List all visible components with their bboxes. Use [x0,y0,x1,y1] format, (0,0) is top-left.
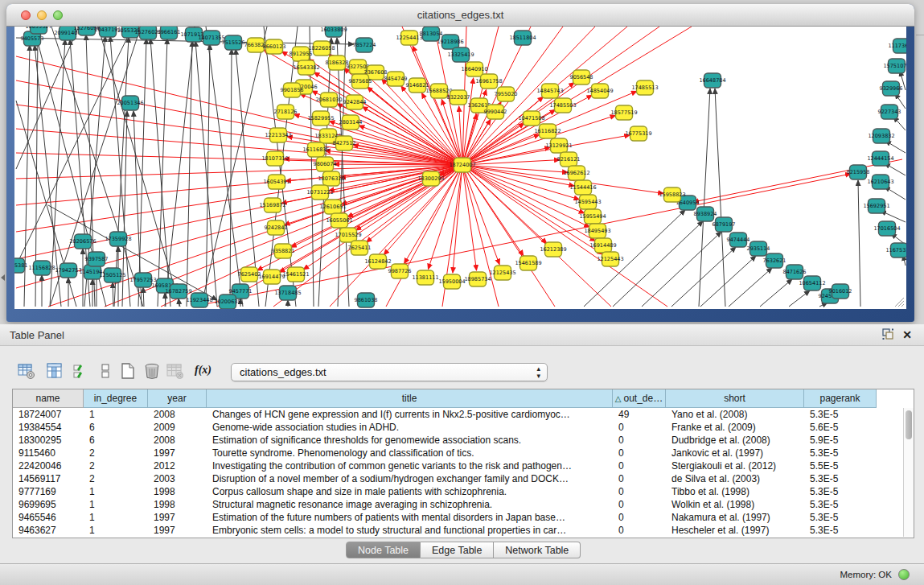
graph-node[interactable]: 9901856 [281,83,304,97]
graph-node[interactable]: 15461589 [515,256,541,270]
graph-node[interactable]: 15692951 [863,199,889,213]
select-columns-icon[interactable] [72,362,90,380]
graph-node[interactable]: 13718485 [274,286,301,300]
graph-edge[interactable] [48,205,217,300]
delete-table-icon[interactable] [143,362,161,380]
table-row[interactable]: 1872400712008Changes of HCN gene express… [13,408,903,421]
graph-node[interactable]: 16116822 [534,124,561,138]
window-titlebar[interactable]: citations_edges.txt [6,4,914,27]
graph-node[interactable]: 18107310 [261,151,288,166]
graph-node[interactable]: 17016504 [873,221,900,236]
graph-edge[interactable] [462,165,499,265]
graph-node[interactable]: 2718126 [274,105,298,119]
column-header-in_degree[interactable]: in_degree [84,389,148,408]
table-row[interactable]: 969969511998Structural magnetic resonanc… [13,498,903,511]
column-header-out_de[interactable]: △out_de… [613,389,666,408]
graph-node[interactable]: 7955020 [495,87,518,101]
graph-node[interactable]: 15169872 [259,198,285,212]
graph-node[interactable]: 16055061 [326,213,352,228]
table-row[interactable]: 1830029562008Estimation of significance … [13,434,903,447]
graph-node[interactable]: 7515526 [222,35,245,50]
graph-node[interactable]: 12213343 [265,128,291,142]
graph-edge[interactable] [729,268,772,307]
graph-edge[interactable] [462,27,595,165]
graph-node[interactable]: 17485513 [631,80,658,95]
memory-ok-led-icon[interactable] [898,569,910,580]
graph-node[interactable]: 9990442 [484,105,507,119]
graph-node[interactable]: 9861038 [355,293,378,307]
graph-edge[interactable] [143,287,144,307]
graph-node[interactable]: 8215958 [847,165,870,179]
graph-node[interactable]: 11381111 [412,270,438,285]
graph-node[interactable]: 12125443 [597,252,623,266]
graph-node[interactable]: 16962612 [563,166,589,180]
column-header-title[interactable]: title [207,389,613,408]
graph-node[interactable]: 16033809 [320,27,347,37]
graph-node[interactable]: 11675314 [885,243,906,257]
graph-node[interactable]: 9242841 [265,220,288,235]
graph-node[interactable]: 2935114 [747,241,770,256]
graph-node[interactable]: 9242844 [343,95,367,109]
graph-node[interactable]: 16648784 [699,73,725,88]
graph-node[interactable]: 8660123 [263,39,286,54]
graph-node[interactable]: 18511804 [509,31,536,45]
tab-edge-table[interactable]: Edge Table [421,542,494,558]
graph-node[interactable]: 8427512 [333,136,356,150]
graph-edge[interactable] [165,27,195,307]
graph-edge[interactable] [453,165,462,273]
graph-node[interactable]: 7632621 [763,253,786,268]
graph-edge[interactable] [613,221,703,307]
graph-node[interactable]: 8938924 [694,207,717,221]
graph-node[interactable]: 9358821 [272,244,295,258]
graph-node[interactable]: 9875685 [349,74,372,89]
column-header-pagerank[interactable]: pagerank [804,389,877,408]
graph-node[interactable]: 13325419 [447,47,474,62]
graph-edge[interactable] [700,256,756,307]
graph-node[interactable]: 15829955 [307,111,334,126]
graph-node[interactable]: 8454749 [384,72,408,86]
graph-node[interactable]: 14845743 [536,84,563,98]
graph-edge[interactable] [201,27,267,307]
table-settings-icon[interactable] [18,362,35,380]
new-table-icon[interactable] [119,362,137,380]
show-columns-icon[interactable] [46,362,64,380]
graph-node[interactable]: 15955494 [579,209,606,224]
citation-graph[interactable]: 9405573160553272099140615276096204371911… [14,27,906,309]
graph-edge[interactable] [462,165,524,256]
graph-node[interactable]: 14595443 [574,195,601,209]
graph-node[interactable]: 16210643 [867,175,893,189]
table-row[interactable]: 1938455462009Genome-wide association stu… [13,421,903,434]
graph-node[interactable]: 2803144 [339,115,363,130]
row-height-icon[interactable] [97,362,114,380]
graph-node[interactable]: 7857224 [353,38,376,52]
graph-edge[interactable] [114,37,129,307]
graph-edge[interactable] [858,180,860,307]
graph-node[interactable]: 9016012 [829,284,852,299]
graph-node[interactable]: 11156828 [28,261,55,275]
scrollbar-thumb[interactable] [906,410,912,439]
graph-edge[interactable] [642,232,721,307]
tab-node-table[interactable]: Node Table [346,542,421,558]
column-header-name[interactable]: name [13,389,84,408]
graph-edge[interactable] [413,46,462,165]
graph-node[interactable]: 8186328 [326,56,349,70]
graph-node[interactable]: 9806074 [314,157,337,171]
graph-edge[interactable] [16,165,462,232]
graph-node[interactable]: 16212389 [540,242,566,257]
graph-edge[interactable] [150,39,170,307]
graph-node[interactable]: 9397587 [85,252,109,266]
graph-node[interactable]: 17942757 [55,263,81,278]
graph-edge[interactable] [760,279,792,307]
graph-node[interactable]: 3915381 [14,258,27,273]
graph-edge[interactable] [187,41,192,307]
graph-node[interactable]: 8216121 [557,152,581,167]
graph-node[interactable]: 10654112 [799,276,825,290]
graph-node[interactable]: 18577519 [610,105,637,120]
table-row[interactable]: 911546021997Tourette syndrome. Phenomeno… [13,447,903,459]
float-panel-button[interactable] [881,328,895,342]
graph-edge[interactable] [16,153,462,165]
table-row[interactable]: 1456911722003Disruption of a novel membe… [13,472,903,485]
table-vertical-scrollbar[interactable] [903,408,914,537]
graph-edge[interactable] [789,290,810,307]
tab-network-table[interactable]: Network Table [494,542,581,558]
